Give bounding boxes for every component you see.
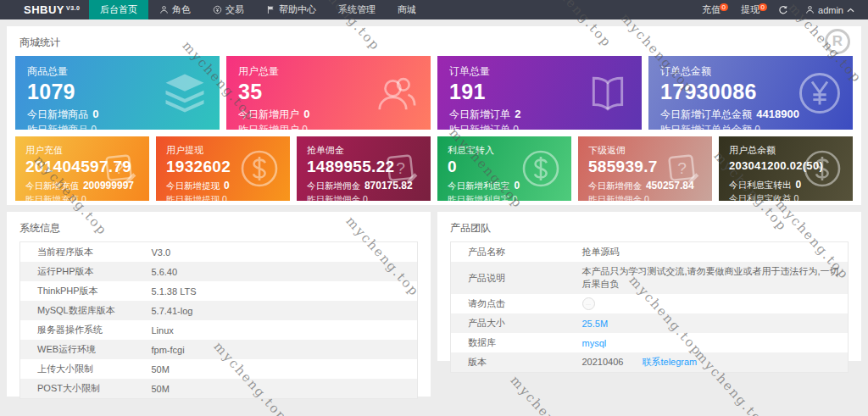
- row-label: 上传大小限制: [20, 359, 143, 379]
- product-size-link[interactable]: 25.5M: [582, 319, 609, 329]
- table-row: 产品名称抢单源码: [451, 242, 849, 263]
- row-label: 请勿点击: [451, 294, 574, 313]
- user-icon: [805, 5, 815, 14]
- row-value: 5.1.38 LTS: [143, 281, 418, 301]
- nav-item-mall[interactable]: 商城: [387, 0, 427, 19]
- stat-line-yesterday: 昨日新增用户 0: [238, 122, 419, 130]
- open-book-icon: [584, 72, 632, 114]
- database-link[interactable]: mysql: [582, 338, 607, 348]
- svg-text:?: ?: [114, 159, 124, 177]
- row-value: fpm-fcgi: [143, 340, 418, 359]
- nav-label: 系统管理: [338, 3, 376, 16]
- recharge-label: 充值: [702, 3, 721, 16]
- nav-item-trade[interactable]: 交易: [202, 0, 255, 19]
- row-label: 版本: [451, 352, 574, 373]
- withdraw-quick-button[interactable]: 提现0: [731, 3, 770, 16]
- users-icon: [373, 70, 420, 116]
- registered-trademark-logo: R: [825, 29, 850, 54]
- nav-label: 交易: [225, 3, 244, 16]
- nav-label: 后台首页: [100, 3, 137, 16]
- user-menu[interactable]: admin: [797, 5, 868, 15]
- row-label: 当前程序版本: [20, 242, 143, 263]
- user-icon: [159, 5, 169, 14]
- dollar-circle-icon: [239, 148, 280, 189]
- stat-card-order-commission: 抢单佣金 1489955.22 今日新增佣金 870175.82 昨日新增佣金 …: [297, 136, 431, 201]
- row-label: 数据库: [451, 333, 574, 352]
- stat-line-yesterday: 昨日新增商品 0: [27, 122, 208, 130]
- stat-line-yesterday: 昨日新增订单总金额 0: [660, 122, 841, 130]
- withdraw-badge: 0: [759, 3, 767, 11]
- stat-card-subordinate-rebate: 下级返佣 585939.7 今日新增佣金 450257.84 昨日新增佣金 0 …: [578, 136, 712, 201]
- panel-title: 产品团队: [437, 212, 861, 241]
- stat-card-user-total-balance: 用户总余额 203041200.02(50) 今日利息宝转出 0 今日利息宝收益…: [719, 136, 853, 201]
- recharge-quick-button[interactable]: 充值0: [692, 3, 731, 16]
- table-row: 产品大小25.5M: [451, 313, 849, 333]
- mall-statistics-panel: 商城统计 R 商品总量 1079 今日新增商品 0 昨日新增商品 0 用户总量 …: [7, 26, 861, 205]
- row-label: POST大小限制: [20, 379, 143, 399]
- svg-text:?: ?: [396, 159, 405, 177]
- row-value: 50M: [143, 359, 418, 379]
- stat-line-yesterday: 昨日新增佣金 0: [307, 193, 420, 201]
- caret-up-icon: [847, 8, 854, 13]
- row-label: 产品名称: [451, 242, 574, 263]
- edit-question-icon: ?: [381, 149, 420, 188]
- recharge-badge: 0: [720, 3, 728, 11]
- brand-text: SHBUY: [24, 3, 64, 16]
- layers-icon: [160, 70, 209, 116]
- row-value: 5.7.41-log: [143, 301, 418, 320]
- row-value: 50M: [143, 379, 418, 399]
- withdraw-label: 提现: [741, 3, 760, 16]
- small-stat-cards-row: 用户充值 201404597.79 今日新增充值 200999997 昨日新增充…: [15, 136, 853, 201]
- product-name-value: 抢单源码: [574, 242, 849, 263]
- row-label: 服务器操作系统: [20, 320, 143, 340]
- version-value: 20210406: [582, 357, 624, 367]
- brand-version: V3.0: [66, 5, 80, 11]
- nav-label: 帮助中心: [279, 3, 316, 16]
- big-stat-cards-row: 商品总量 1079 今日新增商品 0 昨日新增商品 0 用户总量 35 今日新增…: [15, 56, 853, 130]
- panel-title: 系统信息: [7, 212, 431, 241]
- edit-question-icon: ?: [663, 149, 702, 188]
- username: admin: [818, 5, 843, 15]
- stat-line-yesterday: 昨日新增提现 0: [166, 193, 280, 201]
- nav-item-roles[interactable]: 角色: [148, 0, 202, 19]
- system-info-panel: 系统信息 当前程序版本V3.0 运行PHP版本5.6.40 ThinkPHP版本…: [7, 212, 431, 397]
- edit-question-icon: ?: [100, 149, 139, 188]
- navbar-right: 充值0 提现0 admin: [692, 0, 868, 19]
- stat-card-user-recharge: 用户充值 201404597.79 今日新增充值 200999997 昨日新增充…: [15, 136, 149, 201]
- stat-line-yesterday: 昨日新增利息宝 0: [448, 193, 561, 201]
- stat-card-total-users: 用户总量 35 今日新增用户 0 昨日新增用户 0: [226, 56, 431, 130]
- row-value: 5.6.40: [143, 262, 418, 281]
- telegram-contact-link[interactable]: 联系telegram: [642, 357, 697, 367]
- yen-coin-icon: [213, 5, 222, 14]
- stat-line-yesterday: 昨日新增充值 0: [25, 193, 139, 201]
- table-row: 数据库mysql: [451, 333, 849, 352]
- do-not-click-badge[interactable]: ···: [582, 297, 595, 310]
- row-value: V3.0: [143, 242, 418, 263]
- refresh-button[interactable]: [770, 5, 797, 15]
- svg-text:?: ?: [677, 159, 687, 177]
- dollar-circle-icon: [802, 148, 843, 189]
- table-row: 当前程序版本V3.0: [20, 242, 418, 263]
- table-row: 版本20210406联系telegram: [451, 352, 849, 373]
- row-value: Linux: [143, 320, 418, 340]
- nav-item-dashboard[interactable]: 后台首页: [89, 0, 148, 19]
- brand-logo[interactable]: SHBUYV3.0: [0, 0, 89, 19]
- table-row: POST大小限制50M: [20, 379, 418, 399]
- row-label: 产品说明: [451, 262, 574, 294]
- stat-card-total-orders: 订单总量 191 今日新增订单 2 昨日新增订单 0: [437, 56, 642, 130]
- product-desc-value: 本产品只为学习测试交流,请勿要做商业或者用于违法行为,一切后果自负: [574, 262, 849, 294]
- stat-line-yesterday: 昨日新增订单 0: [449, 122, 630, 130]
- system-info-table: 当前程序版本V3.0 运行PHP版本5.6.40 ThinkPHP版本5.1.3…: [19, 241, 418, 399]
- table-row: 运行PHP版本5.6.40: [20, 262, 418, 281]
- table-row: MySQL数据库版本5.7.41-log: [20, 301, 418, 320]
- nav-item-help-center[interactable]: 帮助中心: [255, 0, 327, 19]
- watermark-text: mycheng.top: [508, 373, 587, 416]
- top-navbar: SHBUYV3.0 后台首页 角色 交易 帮助中心 系统管理 商城 充值0 提现…: [0, 0, 868, 19]
- product-team-panel: 产品团队 产品名称抢单源码 产品说明本产品只为学习测试交流,请勿要做商业或者用于…: [437, 212, 861, 361]
- row-label: 运行PHP版本: [20, 262, 143, 281]
- table-row: 上传大小限制50M: [20, 359, 418, 379]
- dollar-circle-icon: [520, 148, 561, 189]
- table-row: 产品说明本产品只为学习测试交流,请勿要做商业或者用于违法行为,一切后果自负: [451, 262, 849, 294]
- nav-item-system-admin[interactable]: 系统管理: [327, 0, 387, 19]
- flag-icon: [266, 5, 275, 14]
